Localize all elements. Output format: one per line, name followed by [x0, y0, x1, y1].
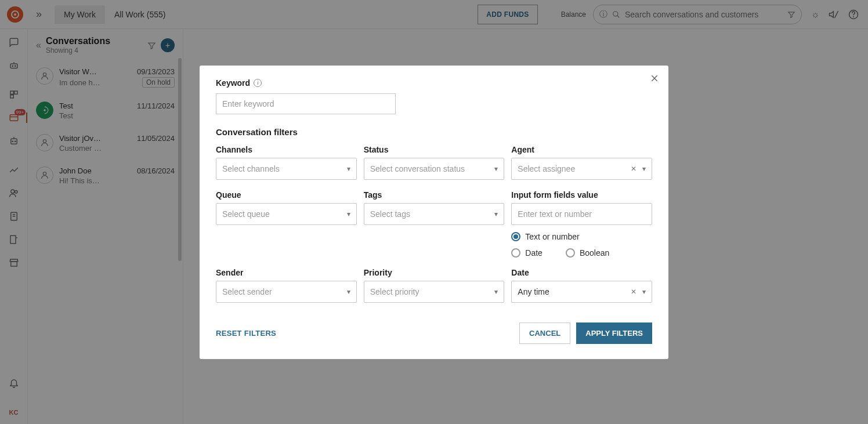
chevron-down-icon: ▾: [494, 165, 498, 173]
radio-icon: [511, 248, 520, 258]
chevron-down-icon: ▾: [347, 165, 350, 173]
info-icon[interactable]: i: [254, 79, 262, 87]
tags-label: Tags: [364, 190, 505, 200]
reset-filters-link[interactable]: RESET FILTERS: [216, 329, 276, 338]
agent-select[interactable]: Select assignee ✕ ▾: [511, 158, 652, 180]
radio-boolean[interactable]: Boolean: [566, 248, 609, 258]
input-form-label: Input form fields value: [511, 190, 652, 200]
priority-select[interactable]: Select priority ▾: [364, 281, 505, 303]
status-label: Status: [364, 145, 505, 154]
chevron-down-icon: ▾: [642, 165, 646, 173]
sender-select[interactable]: Select sender ▾: [216, 281, 357, 303]
input-form-input[interactable]: [511, 203, 652, 225]
agent-label: Agent: [511, 145, 652, 154]
tags-select[interactable]: Select tags ▾: [364, 203, 505, 225]
radio-text-or-number[interactable]: Text or number: [511, 232, 652, 241]
chevron-down-icon: ▾: [494, 210, 498, 218]
keyword-label: Keyword i: [216, 78, 652, 88]
close-button[interactable]: [650, 74, 659, 83]
chevron-down-icon: ▾: [347, 288, 350, 296]
clear-icon[interactable]: ✕: [631, 165, 636, 173]
filter-grid: Channels Select channels ▾ Status Select…: [216, 145, 652, 303]
sender-label: Sender: [216, 268, 357, 277]
date-select[interactable]: Any time ✕ ▾: [511, 281, 652, 303]
radio-icon: [566, 248, 575, 258]
radio-date[interactable]: Date: [511, 248, 542, 258]
channels-label: Channels: [216, 145, 357, 154]
keyword-input[interactable]: [216, 93, 396, 114]
radio-icon: [511, 232, 520, 241]
date-label: Date: [511, 268, 652, 277]
chevron-down-icon: ▾: [642, 288, 646, 296]
apply-filters-button[interactable]: APPLY FILTERS: [576, 322, 652, 344]
chevron-down-icon: ▾: [494, 288, 498, 296]
clear-icon[interactable]: ✕: [631, 288, 636, 296]
modal-overlay: Keyword i Conversation filters Channels …: [0, 0, 868, 424]
chevron-down-icon: ▾: [347, 210, 350, 218]
cancel-button[interactable]: CANCEL: [519, 322, 570, 344]
queue-label: Queue: [216, 190, 357, 200]
queue-select[interactable]: Select queue ▾: [216, 203, 357, 225]
filter-modal: Keyword i Conversation filters Channels …: [200, 66, 668, 359]
conversation-filters-title: Conversation filters: [216, 127, 652, 137]
channels-select[interactable]: Select channels ▾: [216, 158, 357, 180]
priority-label: Priority: [364, 268, 505, 277]
modal-footer: RESET FILTERS CANCEL APPLY FILTERS: [216, 322, 652, 344]
status-select[interactable]: Select conversation status ▾: [364, 158, 505, 180]
